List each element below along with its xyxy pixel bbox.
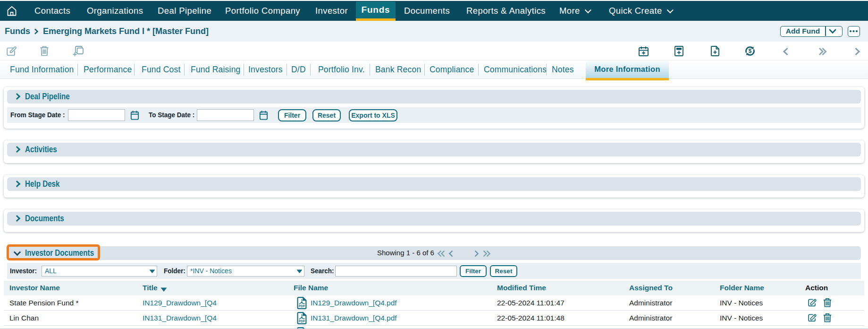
svg-text:$: $ bbox=[749, 48, 752, 54]
